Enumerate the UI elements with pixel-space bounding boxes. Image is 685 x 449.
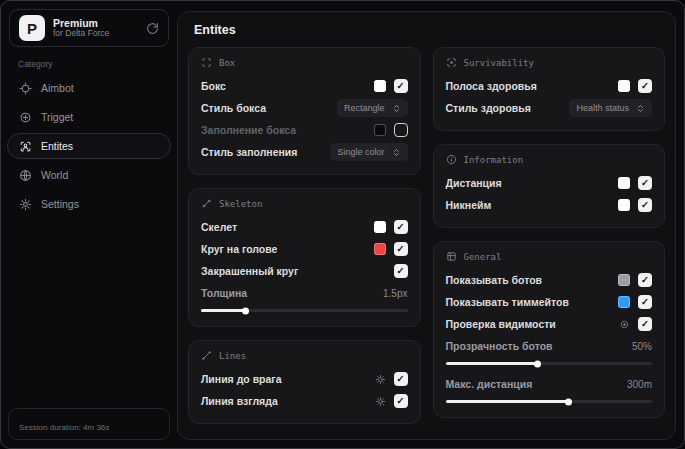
color-swatch[interactable] [618,80,630,92]
color-swatch[interactable] [374,221,386,233]
setting-row: Линия взгляда [201,390,408,412]
focus-icon [446,57,457,68]
checkbox[interactable] [638,79,652,93]
color-swatch[interactable] [618,274,630,286]
line-icon [201,350,212,361]
sync-icon[interactable] [146,22,159,35]
box-scan-icon [201,57,212,68]
box-style-dropdown[interactable]: Rectangle [337,99,408,117]
sidebar-item-entites[interactable]: Entites [7,133,171,159]
setting-label: Круг на голове [201,243,277,255]
page-title: Entites [178,12,675,45]
setting-label: Толщина [201,287,247,299]
setting-row: Стиль здоровья Health status [446,97,653,119]
setting-row: Стиль заполнения Single color [201,141,408,163]
setting-row: Скелет [201,216,408,238]
brand-subtitle: for Delta Force [53,29,138,39]
max-distance-slider-group: Макс. дистанция 300m [446,374,653,403]
checkbox[interactable] [638,198,652,212]
sidebar-nav: Aimbot Trigget Entites World Settings [1,75,177,217]
checkbox[interactable] [394,79,408,93]
app-logo: P [19,15,45,41]
setting-label: Дистанция [446,177,502,189]
checkbox[interactable] [638,273,652,287]
setting-row: Проверка видимости [446,313,653,335]
sidebar-item-world[interactable]: World [7,162,171,188]
crosshair-icon [19,82,32,95]
unfold-icon [392,104,401,113]
visibility-icon[interactable] [619,319,630,330]
setting-label: Показывать тиммейтов [446,296,569,308]
setting-row: Показывать ботов [446,269,653,291]
setting-label: Стиль бокса [201,102,266,114]
checkbox[interactable] [394,394,408,408]
app-window: P Premium for Delta Force Category Aimbo… [0,0,685,449]
sidebar-item-settings[interactable]: Settings [7,191,171,217]
setting-label: Бокс [201,80,226,92]
setting-label: Линия взгляда [201,395,278,407]
unfold-icon [636,104,645,113]
brand-card: P Premium for Delta Force [9,9,169,47]
panel-general: General Показывать ботов Показывать тимм… [433,241,666,418]
globe-icon [19,169,32,182]
panel-survivability: Survivability Полоса здоровья Стиль здор… [433,47,666,131]
setting-row: Заполнение бокса [201,119,408,141]
unfold-icon [392,148,401,157]
color-swatch[interactable] [374,80,386,92]
max-distance-slider[interactable] [446,400,653,403]
checkbox[interactable] [394,123,408,137]
fill-style-dropdown[interactable]: Single color [330,143,407,161]
sidebar-item-label: Entites [41,140,73,152]
setting-label: Скелет [201,221,237,233]
sidebar-item-label: Settings [41,198,79,210]
panel-title: Box [219,58,235,68]
setting-label: Линия до врага [201,373,282,385]
setting-label: Показывать ботов [446,274,543,286]
setting-row: Показывать тиммейтов [446,291,653,313]
setting-label: Никнейм [446,199,492,211]
setting-row: Бокс [201,75,408,97]
main-content: Entites Box Бокс [177,11,676,440]
setting-label: Закрашенный круг [201,265,298,277]
sidebar-item-label: Trigget [41,111,73,123]
info-icon [446,154,457,165]
sidebar-item-trigget[interactable]: Trigget [7,104,171,130]
checkbox[interactable] [638,176,652,190]
checkbox[interactable] [638,295,652,309]
panel-title: General [464,252,502,262]
gear-icon [19,198,32,211]
health-style-dropdown[interactable]: Health status [569,99,652,117]
sidebar-item-aimbot[interactable]: Aimbot [7,75,171,101]
checkbox[interactable] [394,242,408,256]
color-swatch[interactable] [374,243,386,255]
checkbox[interactable] [394,264,408,278]
setting-label: Макс. дистанция [446,378,533,390]
checkbox[interactable] [394,372,408,386]
line-settings-icon[interactable] [375,374,386,385]
category-label: Category [18,59,177,69]
grid-icon [446,251,457,262]
color-swatch[interactable] [618,199,630,211]
setting-label: Проверка видимости [446,318,556,330]
thickness-slider-group: Толщина 1.5px [201,283,408,312]
session-duration: Session duration: 4m 36s [19,423,109,432]
setting-row: Закрашенный круг [201,260,408,282]
setting-row: Стиль бокса Rectangle [201,97,408,119]
color-swatch[interactable] [618,296,630,308]
checkbox[interactable] [638,317,652,331]
setting-row: Никнейм [446,194,653,216]
panel-title: Information [464,155,524,165]
panel-title: Skeleton [219,199,262,209]
checkbox[interactable] [394,220,408,234]
thickness-slider[interactable] [201,309,408,312]
panel-title: Survivability [464,58,534,68]
sidebar-item-label: World [41,169,68,181]
color-swatch[interactable] [374,124,386,136]
setting-row: Дистанция [446,172,653,194]
bot-opacity-slider[interactable] [446,362,653,365]
color-swatch[interactable] [618,177,630,189]
setting-label: Стиль заполнения [201,146,297,158]
person-scan-icon [19,140,32,153]
line-settings-icon[interactable] [375,396,386,407]
panel-skeleton: Skeleton Скелет Круг на голове [188,188,421,327]
